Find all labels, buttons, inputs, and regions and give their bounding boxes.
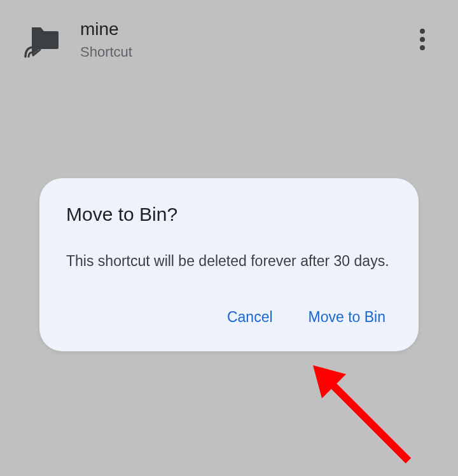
svg-point-0 — [420, 29, 425, 34]
file-item-title: mine — [80, 18, 407, 40]
cancel-button[interactable]: Cancel — [225, 304, 275, 331]
dialog-title: Move to Bin? — [66, 204, 392, 225]
move-to-bin-dialog: Move to Bin? This shortcut will be delet… — [39, 178, 419, 351]
svg-line-3 — [321, 373, 408, 461]
file-item-row[interactable]: mine Shortcut — [0, 0, 458, 78]
file-item-subtitle: Shortcut — [80, 44, 407, 60]
move-to-bin-button[interactable]: Move to Bin — [306, 304, 388, 331]
svg-point-2 — [420, 45, 425, 50]
more-vert-icon — [420, 29, 425, 50]
svg-point-1 — [420, 37, 425, 42]
folder-shortcut-icon — [23, 24, 61, 55]
annotation-arrow-icon — [300, 353, 427, 473]
dialog-actions: Cancel Move to Bin — [66, 304, 392, 331]
file-item-texts: mine Shortcut — [80, 18, 407, 60]
more-options-button[interactable] — [407, 24, 438, 55]
dialog-body: This shortcut will be deleted forever af… — [66, 251, 392, 272]
